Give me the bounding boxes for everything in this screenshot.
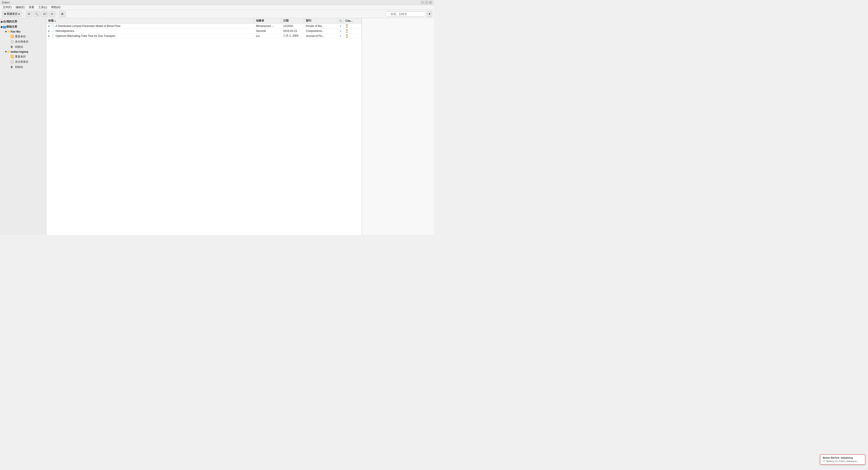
search-dropdown-button[interactable]: ▾	[427, 11, 432, 17]
row2-attach-cell: ●	[338, 29, 343, 33]
sidebar-item-duplicate-2[interactable]: 🔁 重复条目	[0, 54, 46, 59]
row1-cita-cell: ⏳	[343, 24, 362, 28]
sidebar-item-fan-wu[interactable]: ▼ 📁 Fan Wu	[0, 29, 46, 34]
locate-icon: 🔍	[35, 12, 38, 15]
menu-help[interactable]: 帮助(H)	[50, 5, 62, 10]
menu-tools[interactable]: 工具(L)	[36, 5, 49, 10]
sync-icon: ↺	[28, 12, 30, 15]
menu-bar: 文件(F) 编辑(E) 查看 工具(L) 帮助(H)	[0, 5, 434, 10]
row1-cita-icon: ⏳	[345, 25, 349, 28]
sidebar-item-wufan-logseq[interactable]: ▼ 📁 wufan-logseq	[0, 49, 46, 54]
table-body: ▶ 📄 A Distributed Lumped Parameter Model…	[46, 24, 362, 235]
row2-cita-icon: ⏳	[345, 29, 349, 33]
attach-icon-header: 📎	[339, 19, 342, 23]
new-item-icon: ✚	[4, 12, 6, 15]
title-bar: Zotero — □ ✕	[0, 0, 434, 5]
col-header-attach[interactable]: 📎	[338, 18, 343, 23]
row2-journal-cell: Comprehensi...	[304, 29, 338, 33]
fan-wu-arrow: ▼	[4, 30, 7, 33]
row1-date-cell: 12/2020	[281, 24, 304, 28]
row2-expand-arrow[interactable]: ▶	[48, 30, 52, 32]
dup1-icon: 🔁	[10, 35, 14, 38]
row3-title-cell: ▶ 📄 Optimum Bifurcating-Tube Tree for Ga…	[46, 33, 254, 38]
app-title: Zotero	[2, 1, 10, 4]
toolbar: ✚ 新建条目 ▾ ↺ 🔍 🏷 ✏ ⚙ 🔍 ▾	[0, 10, 434, 18]
sidebar-item-trash-2[interactable]: 🗑 回收站	[0, 65, 46, 70]
unc2-icon: 📋	[10, 60, 14, 64]
row3-date-cell: 三月 2, 2005	[281, 33, 304, 38]
row1-attach-dot: ●	[340, 25, 341, 27]
row3-cita-icon: ⏳	[345, 34, 349, 38]
sidebar-item-duplicate-1[interactable]: 🔁 重复条目	[0, 34, 46, 39]
search-container: 🔍	[385, 11, 426, 16]
search-input[interactable]	[385, 11, 426, 16]
edit-icon: ✏	[51, 12, 53, 15]
search-dropdown-arrow: ▾	[429, 12, 430, 15]
row3-creator-cell: Liu	[254, 33, 281, 38]
new-item-dropdown-arrow[interactable]: ▾	[18, 12, 20, 15]
row1-journal-cell: Annals of Bio...	[304, 24, 338, 28]
window-controls[interactable]: — □ ✕	[421, 1, 432, 4]
toolbar-separator-1	[24, 12, 24, 16]
edit-button[interactable]: ✏	[49, 11, 55, 17]
unc1-icon: 📋	[10, 40, 14, 44]
sidebar-item-my-library[interactable]: ▶ 📚 我的文库	[0, 19, 46, 24]
new-item-button[interactable]: ✚ 新建条目 ▾	[2, 11, 22, 17]
table-header: 标题 ▲ 创建者 日期 期刊 📎 Cita...	[46, 18, 362, 24]
toolbar-separator-2	[57, 12, 57, 16]
table-row[interactable]: ▶ 📄 A Distributed Lumped Parameter Model…	[46, 24, 362, 29]
wufan-arrow: ▼	[4, 50, 7, 54]
row2-creator-cell: Secomb	[254, 29, 281, 33]
close-button[interactable]: ✕	[429, 1, 432, 4]
col-header-title[interactable]: 标题 ▲	[46, 18, 254, 23]
sort-arrow-title: ▲	[54, 20, 56, 22]
tag-button[interactable]: 🏷	[41, 11, 48, 17]
row1-expand-arrow[interactable]: ▶	[48, 25, 52, 27]
minimize-button[interactable]: —	[421, 1, 424, 4]
col-header-journal[interactable]: 期刊	[304, 18, 338, 23]
advanced-search-button[interactable]: ⚙	[59, 11, 66, 17]
sidebar-tree: ▶ 📚 我的文库 ▶ 👥 群组文库 ▼ 📁 Fan Wu 🔁 重复条目	[0, 19, 46, 235]
row1-creator-cell: Mirramezani ...	[254, 24, 281, 28]
row3-cita-cell: ⏳	[343, 33, 362, 38]
row3-attach-cell: ●	[338, 33, 343, 38]
sidebar-item-unclassified-1[interactable]: 📋 未分类条目	[0, 39, 46, 44]
table-row[interactable]: ▶ 📄 Hemodynamics Secomb 2016-03-15 Compr…	[46, 29, 362, 33]
row1-type-icon: 📄	[52, 25, 55, 27]
col-header-creator[interactable]: 创建者	[254, 18, 281, 23]
dup2-icon: 🔁	[10, 55, 14, 59]
row3-type-icon: 📄	[52, 34, 55, 37]
my-library-icon: 📚	[3, 20, 6, 23]
sync-button[interactable]: ↺	[26, 11, 32, 17]
table-row[interactable]: ▶ 📄 Optimum Bifurcating-Tube Tree for Ga…	[46, 33, 362, 38]
row2-type-icon: 📄	[52, 29, 55, 32]
right-panel: 当前预览下有 3 个条目	[362, 18, 434, 235]
wufan-icon: 📁	[7, 50, 11, 54]
col-header-date[interactable]: 日期	[281, 18, 304, 23]
sidebar-item-group-libraries[interactable]: ▶ 👥 群组文库	[0, 24, 46, 29]
trash1-icon: 🗑	[10, 45, 14, 49]
row2-cita-cell: ⏳	[343, 29, 362, 33]
group-libraries-icon: 👥	[3, 25, 6, 29]
col-header-cita[interactable]: Cita...	[343, 18, 362, 23]
locate-button[interactable]: 🔍	[33, 11, 40, 17]
content-area: 标题 ▲ 创建者 日期 期刊 📎 Cita...	[46, 18, 362, 235]
row1-attach-cell: ●	[338, 24, 343, 28]
row3-expand-arrow[interactable]: ▶	[48, 35, 52, 37]
menu-file[interactable]: 文件(F)	[1, 5, 13, 10]
sidebar: ▶ 📚 我的文库 ▶ 👥 群组文库 ▼ 📁 Fan Wu 🔁 重复条目	[0, 18, 46, 235]
menu-view[interactable]: 查看	[27, 5, 36, 10]
maximize-button[interactable]: □	[425, 1, 428, 4]
menu-edit[interactable]: 编辑(E)	[14, 5, 27, 10]
row3-attach-dot: ●	[340, 35, 341, 37]
trash2-icon: 🗑	[10, 65, 14, 69]
main-layout: ▶ 📚 我的文库 ▶ 👥 群组文库 ▼ 📁 Fan Wu 🔁 重复条目	[0, 18, 434, 235]
row2-title-cell: ▶ 📄 Hemodynamics	[46, 29, 254, 33]
sidebar-item-trash-1[interactable]: 🗑 回收站	[0, 44, 46, 49]
row2-attach-dot: ●	[340, 30, 341, 32]
sidebar-item-unclassified-2[interactable]: 📋 未分类条目	[0, 59, 46, 65]
row2-date-cell: 2016-03-15	[281, 29, 304, 33]
tag-icon: 🏷	[43, 12, 46, 15]
advanced-search-icon: ⚙	[61, 12, 64, 15]
row3-journal-cell: Journal of Flu...	[304, 33, 338, 38]
